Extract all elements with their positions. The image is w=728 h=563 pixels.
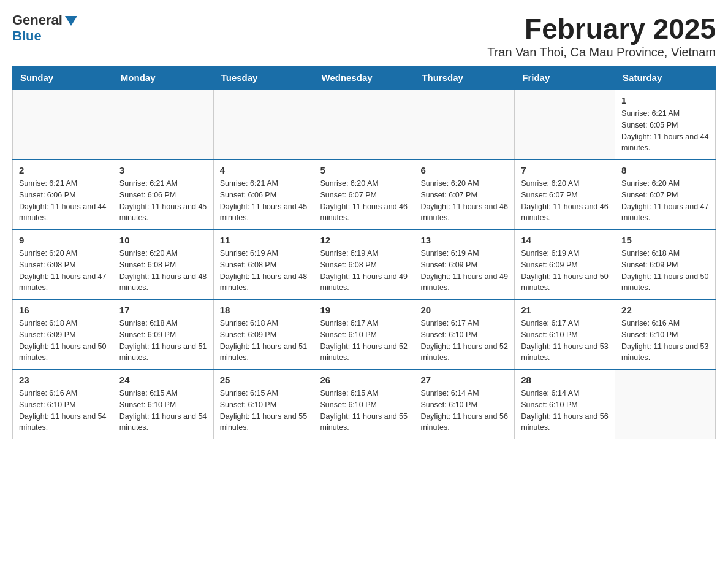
calendar-cell: 15Sunrise: 6:18 AMSunset: 6:09 PMDayligh… <box>615 229 716 299</box>
calendar-cell: 25Sunrise: 6:15 AMSunset: 6:10 PMDayligh… <box>213 369 314 439</box>
day-number: 18 <box>220 305 308 315</box>
calendar-cell: 21Sunrise: 6:17 AMSunset: 6:10 PMDayligh… <box>515 299 615 369</box>
day-info: Sunrise: 6:15 AMSunset: 6:10 PMDaylight:… <box>119 388 207 434</box>
calendar-cell: 6Sunrise: 6:20 AMSunset: 6:07 PMDaylight… <box>414 159 515 229</box>
day-info: Sunrise: 6:20 AMSunset: 6:08 PMDaylight:… <box>19 248 107 294</box>
calendar-cell: 26Sunrise: 6:15 AMSunset: 6:10 PMDayligh… <box>314 369 414 439</box>
day-info: Sunrise: 6:20 AMSunset: 6:08 PMDaylight:… <box>119 248 207 294</box>
day-info: Sunrise: 6:19 AMSunset: 6:09 PMDaylight:… <box>521 248 609 294</box>
day-number: 16 <box>19 305 107 315</box>
calendar-week-row: 16Sunrise: 6:18 AMSunset: 6:09 PMDayligh… <box>13 299 716 369</box>
day-number: 23 <box>19 375 107 385</box>
day-info: Sunrise: 6:19 AMSunset: 6:08 PMDaylight:… <box>320 248 408 294</box>
calendar-cell: 22Sunrise: 6:16 AMSunset: 6:10 PMDayligh… <box>615 299 716 369</box>
page-title: February 2025 <box>487 12 716 45</box>
day-info: Sunrise: 6:16 AMSunset: 6:10 PMDaylight:… <box>621 318 709 364</box>
calendar-cell <box>414 90 515 159</box>
day-number: 25 <box>220 375 308 385</box>
calendar-cell <box>213 90 314 159</box>
page-header: General Blue February 2025 Tran Van Thoi… <box>12 12 716 59</box>
day-number: 13 <box>420 235 508 245</box>
day-number: 9 <box>19 235 107 245</box>
weekday-header: Thursday <box>414 66 515 90</box>
calendar-week-row: 1Sunrise: 6:21 AMSunset: 6:05 PMDaylight… <box>13 90 716 159</box>
weekday-header: Sunday <box>13 66 113 90</box>
day-info: Sunrise: 6:20 AMSunset: 6:07 PMDaylight:… <box>320 178 408 224</box>
weekday-header: Saturday <box>615 66 716 90</box>
calendar-cell: 16Sunrise: 6:18 AMSunset: 6:09 PMDayligh… <box>13 299 113 369</box>
weekday-header: Tuesday <box>213 66 314 90</box>
calendar-cell: 28Sunrise: 6:14 AMSunset: 6:10 PMDayligh… <box>515 369 615 439</box>
calendar-cell: 19Sunrise: 6:17 AMSunset: 6:10 PMDayligh… <box>314 299 414 369</box>
day-info: Sunrise: 6:18 AMSunset: 6:09 PMDaylight:… <box>621 248 709 294</box>
calendar-cell: 27Sunrise: 6:14 AMSunset: 6:10 PMDayligh… <box>414 369 515 439</box>
day-info: Sunrise: 6:17 AMSunset: 6:10 PMDaylight:… <box>320 318 408 364</box>
calendar-cell: 20Sunrise: 6:17 AMSunset: 6:10 PMDayligh… <box>414 299 515 369</box>
calendar-cell: 12Sunrise: 6:19 AMSunset: 6:08 PMDayligh… <box>314 229 414 299</box>
calendar-cell: 7Sunrise: 6:20 AMSunset: 6:07 PMDaylight… <box>515 159 615 229</box>
calendar-week-row: 9Sunrise: 6:20 AMSunset: 6:08 PMDaylight… <box>13 229 716 299</box>
calendar-cell: 23Sunrise: 6:16 AMSunset: 6:10 PMDayligh… <box>13 369 113 439</box>
calendar-week-row: 2Sunrise: 6:21 AMSunset: 6:06 PMDaylight… <box>13 159 716 229</box>
day-number: 20 <box>420 305 508 315</box>
calendar-table: SundayMondayTuesdayWednesdayThursdayFrid… <box>12 66 716 439</box>
day-number: 2 <box>19 165 107 175</box>
calendar-cell <box>113 90 213 159</box>
calendar-cell: 18Sunrise: 6:18 AMSunset: 6:09 PMDayligh… <box>213 299 314 369</box>
day-number: 10 <box>119 235 207 245</box>
day-number: 15 <box>621 235 709 245</box>
day-number: 14 <box>521 235 609 245</box>
day-number: 6 <box>420 165 508 175</box>
day-info: Sunrise: 6:19 AMSunset: 6:09 PMDaylight:… <box>420 248 508 294</box>
day-number: 27 <box>420 375 508 385</box>
calendar-cell: 17Sunrise: 6:18 AMSunset: 6:09 PMDayligh… <box>113 299 213 369</box>
day-info: Sunrise: 6:21 AMSunset: 6:06 PMDaylight:… <box>19 178 107 224</box>
calendar-cell <box>314 90 414 159</box>
logo-blue-text: Blue <box>12 28 42 44</box>
title-block: February 2025 Tran Van Thoi, Ca Mau Prov… <box>487 12 716 59</box>
calendar-cell: 14Sunrise: 6:19 AMSunset: 6:09 PMDayligh… <box>515 229 615 299</box>
day-info: Sunrise: 6:20 AMSunset: 6:07 PMDaylight:… <box>621 178 709 224</box>
calendar-cell <box>515 90 615 159</box>
day-number: 28 <box>521 375 609 385</box>
calendar-cell: 4Sunrise: 6:21 AMSunset: 6:06 PMDaylight… <box>213 159 314 229</box>
day-number: 7 <box>521 165 609 175</box>
day-info: Sunrise: 6:15 AMSunset: 6:10 PMDaylight:… <box>320 388 408 434</box>
day-number: 1 <box>621 95 709 105</box>
calendar-cell: 11Sunrise: 6:19 AMSunset: 6:08 PMDayligh… <box>213 229 314 299</box>
day-info: Sunrise: 6:18 AMSunset: 6:09 PMDaylight:… <box>220 318 308 364</box>
calendar-cell: 13Sunrise: 6:19 AMSunset: 6:09 PMDayligh… <box>414 229 515 299</box>
day-info: Sunrise: 6:20 AMSunset: 6:07 PMDaylight:… <box>521 178 609 224</box>
logo: General Blue <box>12 12 77 44</box>
logo-general-label: General <box>12 12 63 28</box>
weekday-header: Monday <box>113 66 213 90</box>
calendar-cell <box>615 369 716 439</box>
day-number: 3 <box>119 165 207 175</box>
day-info: Sunrise: 6:14 AMSunset: 6:10 PMDaylight:… <box>521 388 609 434</box>
calendar-cell: 8Sunrise: 6:20 AMSunset: 6:07 PMDaylight… <box>615 159 716 229</box>
day-info: Sunrise: 6:19 AMSunset: 6:08 PMDaylight:… <box>220 248 308 294</box>
calendar-cell: 10Sunrise: 6:20 AMSunset: 6:08 PMDayligh… <box>113 229 213 299</box>
calendar-cell: 1Sunrise: 6:21 AMSunset: 6:05 PMDaylight… <box>615 90 716 159</box>
day-number: 4 <box>220 165 308 175</box>
day-info: Sunrise: 6:21 AMSunset: 6:05 PMDaylight:… <box>621 108 709 154</box>
day-info: Sunrise: 6:20 AMSunset: 6:07 PMDaylight:… <box>420 178 508 224</box>
calendar-cell: 5Sunrise: 6:20 AMSunset: 6:07 PMDaylight… <box>314 159 414 229</box>
day-info: Sunrise: 6:21 AMSunset: 6:06 PMDaylight:… <box>220 178 308 224</box>
logo-general-text: General <box>12 12 77 28</box>
day-info: Sunrise: 6:18 AMSunset: 6:09 PMDaylight:… <box>119 318 207 364</box>
day-info: Sunrise: 6:17 AMSunset: 6:10 PMDaylight:… <box>521 318 609 364</box>
weekday-header: Friday <box>515 66 615 90</box>
day-info: Sunrise: 6:21 AMSunset: 6:06 PMDaylight:… <box>119 178 207 224</box>
day-info: Sunrise: 6:14 AMSunset: 6:10 PMDaylight:… <box>420 388 508 434</box>
day-number: 21 <box>521 305 609 315</box>
day-number: 26 <box>320 375 408 385</box>
day-number: 12 <box>320 235 408 245</box>
weekday-header: Wednesday <box>314 66 414 90</box>
logo-triangle-icon <box>65 16 77 26</box>
calendar-cell: 2Sunrise: 6:21 AMSunset: 6:06 PMDaylight… <box>13 159 113 229</box>
day-number: 5 <box>320 165 408 175</box>
day-number: 11 <box>220 235 308 245</box>
day-info: Sunrise: 6:17 AMSunset: 6:10 PMDaylight:… <box>420 318 508 364</box>
calendar-cell: 9Sunrise: 6:20 AMSunset: 6:08 PMDaylight… <box>13 229 113 299</box>
